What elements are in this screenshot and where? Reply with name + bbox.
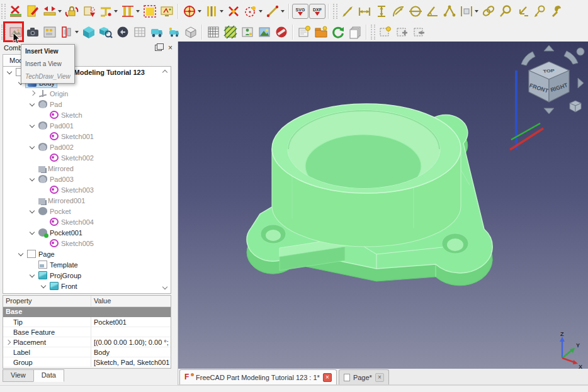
centerline-button[interactable]	[181, 3, 198, 20]
tab-view[interactable]: View	[3, 369, 34, 382]
insert-bitmap-image-button[interactable]	[239, 24, 256, 40]
tree-expander-open[interactable]	[40, 282, 48, 290]
dimension-angle-button[interactable]	[424, 3, 441, 20]
property-value[interactable]	[91, 327, 171, 337]
toolbar-grip[interactable]	[333, 4, 337, 19]
dimension-radius-button[interactable]	[390, 3, 407, 20]
repair-dimension-button[interactable]	[497, 3, 514, 20]
lock-unlock-view-button[interactable]	[64, 3, 80, 20]
dimension-angle-3pt-button[interactable]	[441, 3, 458, 20]
tree-expander-open[interactable]	[28, 207, 37, 215]
cosmetic-circle-button[interactable]	[242, 3, 259, 20]
tree-expander-open[interactable]	[28, 100, 37, 108]
insert-iso-view-button[interactable]	[81, 24, 97, 40]
tree-item[interactable]: Mirrored	[3, 163, 171, 174]
tree-item[interactable]: Sketch002	[3, 152, 171, 163]
insert-spreadsheet-view-button[interactable]	[132, 24, 148, 40]
scroll-down-icon[interactable]	[161, 284, 169, 292]
insert-detail-view-button[interactable]	[98, 24, 114, 40]
export-dxf-button[interactable]: DXF	[309, 4, 325, 19]
customize-button[interactable]	[548, 3, 565, 20]
tree-item[interactable]: Pad003	[3, 174, 171, 184]
close-panel-icon[interactable]: ×	[168, 45, 172, 51]
tree-expander-closed[interactable]	[28, 89, 37, 98]
dropdown-arrow[interactable]	[220, 10, 223, 13]
tree-item[interactable]: Sketch005	[3, 238, 171, 249]
dimension-vertical-button[interactable]	[373, 3, 390, 20]
tree-item[interactable]: Pad001	[3, 120, 171, 131]
mdi-tab[interactable]: Page*×	[339, 369, 389, 384]
move-view-button[interactable]	[42, 3, 58, 20]
cascade-spacing-button[interactable]	[120, 3, 136, 20]
clip-new-button[interactable]	[377, 24, 393, 40]
dropdown-arrow[interactable]	[58, 10, 62, 13]
tab-data[interactable]: Data	[33, 369, 64, 382]
insert-shape-view-button[interactable]	[183, 24, 199, 40]
property-row[interactable]: Placement[(0.00 0.00 1.00); 0.00 °; (...	[3, 337, 171, 347]
dimension-horizontal-button[interactable]	[356, 3, 373, 20]
tree-item[interactable]: Sketch003	[3, 184, 171, 195]
tree-item[interactable]: Pad002	[3, 142, 171, 152]
property-value[interactable]: [(0.00 0.00 1.00); 0.00 °; (...	[91, 337, 171, 347]
balloon-button[interactable]	[531, 3, 548, 20]
tree-expander-open[interactable]	[28, 271, 37, 279]
position-section-view-button[interactable]	[81, 3, 97, 20]
property-row[interactable]: TipPocket001	[3, 317, 171, 327]
float-panel-icon[interactable]	[155, 45, 162, 51]
tree-item[interactable]: Front	[3, 281, 171, 291]
tree-expander-open[interactable]	[28, 175, 37, 183]
add-to-clip-group-button[interactable]	[166, 24, 182, 40]
insert-image-button[interactable]	[256, 24, 273, 40]
close-tab-icon[interactable]: ×	[375, 373, 384, 382]
insert-section-view-button[interactable]	[42, 24, 58, 40]
tree-item[interactable]: Sketch	[3, 109, 171, 120]
dropdown-arrow[interactable]	[259, 10, 263, 13]
tree-item[interactable]: Page	[3, 249, 171, 259]
dimension-diameter-button[interactable]	[407, 3, 424, 20]
3d-viewport[interactable]: TOP FRONT RIGHT Z Y X	[178, 42, 588, 369]
insert-projection-group-button[interactable]	[59, 24, 75, 40]
insert-active-view-button[interactable]	[25, 24, 41, 40]
insert-draft-view-button[interactable]	[115, 24, 131, 40]
geometric-hatch-button[interactable]	[222, 24, 239, 40]
customize-format-button[interactable]	[142, 3, 158, 20]
dimension-extent-button[interactable]	[458, 3, 475, 20]
property-row[interactable]: LabelBody	[3, 347, 171, 357]
tree-expander-open[interactable]	[6, 68, 14, 76]
insert-page-from-template-button[interactable]	[313, 24, 329, 40]
toggle-frames-button[interactable]	[273, 24, 290, 40]
dropdown-arrow[interactable]	[75, 31, 79, 33]
tree-expander-open[interactable]	[28, 121, 37, 130]
property-value[interactable]: [Sketch, Pad, Sketch001 ...]	[91, 357, 171, 367]
dropdown-arrow[interactable]	[114, 10, 118, 13]
tree-item[interactable]: Sketch004	[3, 216, 171, 227]
insert-default-page-button[interactable]	[296, 24, 312, 40]
link-dimension-button[interactable]	[480, 3, 497, 20]
tree-expander-open[interactable]	[17, 250, 25, 258]
tree-item[interactable]: Origin	[3, 88, 171, 99]
flange-model[interactable]	[239, 86, 504, 293]
cosmetic-line-button[interactable]	[264, 3, 281, 20]
mdi-tab[interactable]: FFreeCAD Part Modeling Tutorial 123 : 1*…	[179, 369, 337, 384]
toolbar-grip[interactable]	[371, 25, 375, 40]
cosmetic-eraser-button[interactable]	[225, 3, 242, 20]
tree-expander-open[interactable]	[28, 228, 37, 237]
clip-remove-button[interactable]	[411, 24, 427, 40]
tree-item[interactable]: Pad	[3, 99, 171, 109]
property-expander-icon[interactable]	[4, 339, 12, 347]
tree-item[interactable]: Pocket	[3, 206, 171, 216]
dropdown-arrow[interactable]	[198, 10, 201, 13]
rich-text-annotation-button[interactable]	[25, 3, 41, 20]
clip-add-button[interactable]	[394, 24, 410, 40]
property-value[interactable]: Pocket001	[91, 317, 171, 327]
tree-item[interactable]: Template	[3, 259, 171, 270]
dropdown-arrow[interactable]	[281, 10, 285, 13]
close-tab-icon[interactable]: ×	[323, 373, 332, 382]
scroll-up-icon[interactable]	[161, 68, 169, 76]
tree-item[interactable]: Sketch001	[3, 131, 171, 142]
tree-item[interactable]: Mirrored001	[3, 195, 171, 206]
dimension-slant-button[interactable]	[339, 3, 356, 20]
insert-clip-group-button[interactable]	[149, 24, 165, 40]
dropdown-arrow[interactable]	[475, 10, 478, 13]
surface-finish-button[interactable]	[159, 3, 175, 20]
